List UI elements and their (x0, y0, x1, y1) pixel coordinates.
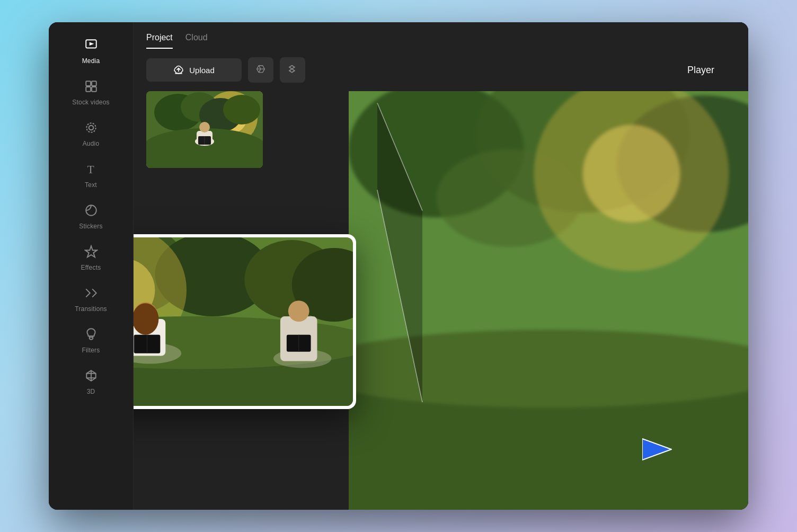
svg-rect-2 (86, 81, 91, 86)
sidebar-item-effects[interactable]: Effects (49, 237, 133, 279)
google-drive-button[interactable] (248, 57, 273, 83)
svg-text:T: T (87, 163, 94, 176)
sidebar: Media Stock videos Audio (49, 22, 134, 510)
transitions-icon (84, 286, 98, 302)
toolbar: Upload Player (134, 49, 748, 91)
filters-icon (84, 327, 98, 343)
zoom-card (134, 234, 356, 409)
dropbox-button[interactable] (280, 57, 305, 83)
thumbnail-scene (146, 91, 263, 168)
upload-button[interactable]: Upload (146, 58, 242, 82)
sidebar-item-stock-videos[interactable]: Stock videos (49, 72, 133, 113)
upload-label: Upload (189, 66, 215, 75)
text-icon: T (84, 162, 98, 178)
main-content: Project Cloud Upload (134, 22, 748, 510)
svg-rect-3 (92, 81, 96, 86)
sidebar-item-text-label: Text (85, 181, 97, 189)
player-label: Player (687, 65, 736, 76)
svg-point-51 (134, 303, 158, 335)
sidebar-item-stickers[interactable]: Stickers (49, 196, 133, 237)
audio-icon (84, 121, 98, 137)
sidebar-item-stock-videos-label: Stock videos (72, 99, 109, 106)
svg-rect-5 (92, 87, 96, 92)
upload-icon (173, 65, 184, 75)
sidebar-item-text[interactable]: T Text (49, 155, 133, 196)
tab-cloud[interactable]: Cloud (185, 33, 208, 49)
svg-rect-20 (146, 144, 263, 168)
sidebar-item-effects-label: Effects (81, 264, 101, 271)
3d-icon (84, 369, 98, 385)
sidebar-item-media[interactable]: Media (49, 31, 133, 72)
svg-point-23 (199, 122, 210, 132)
zoom-card-inner (134, 237, 353, 406)
media-thumbnail[interactable] (146, 91, 263, 168)
sidebar-item-stickers-label: Stickers (79, 223, 102, 230)
tabs-bar: Project Cloud (134, 22, 748, 49)
stickers-icon (84, 203, 98, 219)
svg-point-56 (288, 300, 309, 322)
sidebar-item-filters-label: Filters (82, 347, 100, 354)
sidebar-item-audio[interactable]: Audio (49, 113, 133, 155)
sidebar-item-3d-label: 3D (87, 388, 95, 395)
effects-icon (84, 245, 98, 261)
sidebar-item-transitions[interactable]: Transitions (49, 279, 133, 320)
svg-marker-1 (89, 42, 94, 46)
svg-point-32 (582, 125, 680, 223)
app-window: Media Stock videos Audio (49, 22, 748, 510)
zoom-card-scene (134, 237, 353, 406)
cursor-arrow-container (642, 433, 685, 467)
stock-videos-icon (84, 79, 98, 95)
google-drive-icon (255, 64, 267, 76)
svg-point-7 (86, 123, 95, 132)
media-icon (84, 38, 98, 54)
dropbox-icon (287, 64, 298, 76)
thumbnail-image (146, 91, 263, 168)
svg-rect-4 (86, 87, 91, 92)
sidebar-item-audio-label: Audio (83, 140, 100, 147)
player-area (349, 91, 748, 510)
sidebar-item-filters[interactable]: Filters (49, 320, 133, 361)
sidebar-item-3d[interactable]: 3D (49, 361, 133, 403)
svg-point-18 (223, 95, 260, 125)
svg-marker-59 (642, 439, 671, 460)
cursor-arrow-icon (642, 433, 685, 465)
svg-marker-10 (85, 246, 97, 257)
sidebar-item-media-label: Media (82, 57, 100, 65)
sidebar-item-transitions-label: Transitions (75, 305, 107, 313)
tab-project[interactable]: Project (146, 33, 173, 49)
svg-point-6 (88, 126, 93, 130)
